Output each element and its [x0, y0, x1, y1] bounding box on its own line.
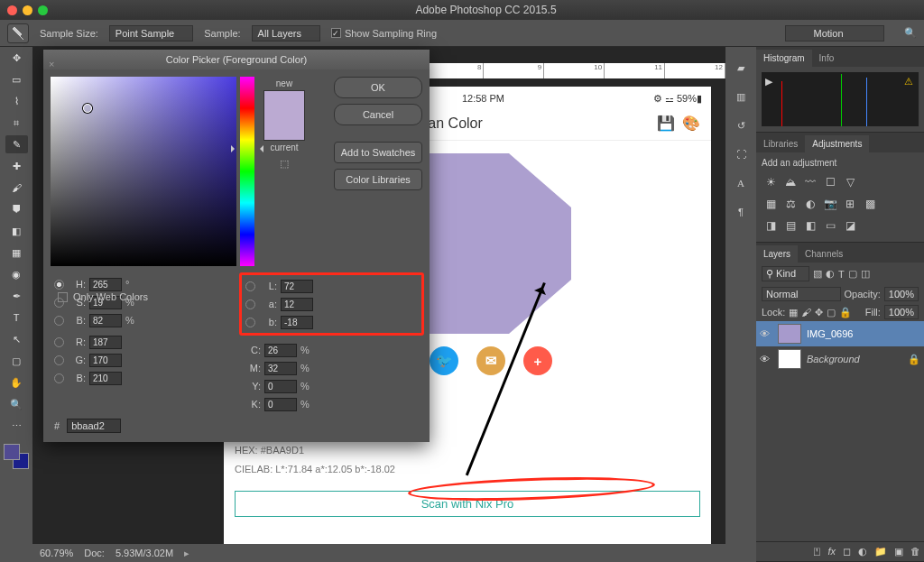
history-panel-icon[interactable]: ↺ [731, 115, 751, 135]
ok-button[interactable]: OK [334, 77, 422, 98]
y-input[interactable] [264, 380, 297, 393]
brush-tool-icon[interactable]: 🖌 [5, 179, 28, 197]
layer-filter-kind[interactable]: ⚲ Kind [762, 266, 809, 281]
levels-icon[interactable]: ⛰ [783, 175, 798, 189]
lock-artboard-icon[interactable]: ▢ [827, 307, 836, 318]
palette-icon[interactable]: 🎨 [682, 115, 700, 132]
close-window-icon[interactable] [7, 5, 17, 15]
lb-radio[interactable] [245, 318, 255, 327]
color-swatches[interactable] [4, 444, 29, 469]
l-input[interactable] [281, 280, 313, 293]
pen-tool-icon[interactable]: ✒ [5, 287, 28, 305]
r-input[interactable] [89, 336, 122, 349]
lock-pixels-icon[interactable]: 🖌 [801, 307, 811, 318]
new-group-icon[interactable]: 📁 [874, 546, 887, 557]
email-icon[interactable]: ✉ [476, 346, 505, 375]
saturation-brightness-box[interactable] [51, 77, 236, 266]
zoom-window-icon[interactable] [38, 5, 48, 15]
tab-info[interactable]: Info [812, 50, 842, 67]
refresh-icon[interactable]: ▶ [765, 76, 772, 88]
photo-filter-icon[interactable]: 📷 [823, 197, 837, 211]
tool-preset-icon[interactable] [7, 23, 29, 43]
layer-style-icon[interactable]: fx [827, 546, 836, 557]
color-libraries-button[interactable]: Color Libraries [334, 169, 422, 190]
hand-tool-icon[interactable]: ✋ [5, 373, 28, 392]
bv-input[interactable] [89, 314, 122, 327]
c-input[interactable] [264, 344, 297, 357]
dodge-tool-icon[interactable]: ◉ [5, 265, 28, 283]
save-icon[interactable]: 💾 [657, 115, 675, 132]
properties-panel-icon[interactable]: ⛶ [731, 144, 751, 164]
hue-sat-icon[interactable]: ▦ [763, 197, 778, 211]
layer-row-background[interactable]: 👁 Background 🔒 [756, 346, 924, 372]
lb-input[interactable] [281, 316, 313, 329]
add-to-swatches-button[interactable]: Add to Swatches [334, 142, 422, 163]
cube-icon[interactable]: ⬚ [263, 158, 305, 170]
lock-position-icon[interactable]: ✥ [815, 307, 823, 318]
hex-input[interactable] [67, 419, 121, 433]
lookup-icon[interactable]: ▩ [863, 197, 877, 211]
filter-adjust-icon[interactable]: ◐ [826, 268, 835, 280]
lock-transparency-icon[interactable]: ▦ [789, 307, 798, 318]
hue-slider[interactable] [240, 77, 254, 266]
filter-pixel-icon[interactable]: ▧ [813, 268, 822, 280]
vibrance-icon[interactable]: ▽ [843, 175, 857, 189]
workspace-select[interactable]: Motion [785, 25, 884, 41]
g-radio[interactable] [54, 355, 64, 365]
threshold-icon[interactable]: ◧ [803, 218, 818, 233]
opacity-value[interactable]: 100% [884, 287, 919, 301]
l-radio[interactable] [245, 281, 255, 291]
shape-tool-icon[interactable]: ▢ [5, 352, 28, 370]
brightness-icon[interactable]: ☀ [763, 175, 778, 189]
sample-select[interactable]: All Layers [252, 25, 320, 41]
layer-mask-icon[interactable]: ◻ [843, 546, 851, 557]
lock-all-icon[interactable]: 🔒 [839, 307, 852, 318]
a-input[interactable] [281, 298, 313, 311]
new-current-swatch[interactable] [263, 90, 305, 141]
layer-row-img[interactable]: 👁 IMG_0696 [756, 321, 924, 346]
paragraph-panel-icon[interactable]: ¶ [731, 202, 751, 222]
move-tool-icon[interactable]: ✥ [5, 49, 28, 67]
minimize-window-icon[interactable] [23, 5, 32, 15]
edit-toolbar-icon[interactable]: ⋯ [5, 417, 28, 435]
eraser-tool-icon[interactable]: ◧ [5, 222, 28, 240]
eyedropper-tool-icon[interactable]: ✎ [5, 135, 28, 153]
character-panel-icon[interactable]: A [731, 173, 751, 193]
cancel-button[interactable]: Cancel [334, 104, 422, 125]
m-input[interactable] [264, 362, 297, 375]
tab-adjustments[interactable]: Adjustments [805, 135, 869, 152]
tab-channels[interactable]: Channels [798, 245, 850, 263]
tab-libraries[interactable]: Libraries [756, 135, 805, 152]
lasso-tool-icon[interactable]: ⌇ [5, 92, 28, 110]
filter-shape-icon[interactable]: ▢ [848, 268, 857, 280]
type-tool-icon[interactable]: T [5, 309, 28, 327]
zoom-level[interactable]: 60.79% [40, 548, 73, 558]
a-radio[interactable] [245, 299, 255, 309]
visibility-eye-icon[interactable]: 👁 [760, 354, 772, 364]
gradient-map-icon[interactable]: ▭ [823, 218, 837, 233]
delete-layer-icon[interactable]: 🗑 [910, 546, 920, 557]
exposure-icon[interactable]: ☐ [823, 175, 837, 189]
blend-mode-select[interactable]: Normal [762, 287, 841, 301]
stamp-tool-icon[interactable]: ⛊ [5, 200, 28, 218]
visibility-eye-icon[interactable]: 👁 [760, 328, 772, 339]
color-cursor[interactable] [83, 104, 92, 113]
g-input[interactable] [89, 354, 122, 367]
b-input[interactable] [89, 372, 122, 385]
healing-tool-icon[interactable]: ✚ [5, 157, 28, 175]
gradient-tool-icon[interactable]: ▦ [5, 244, 28, 262]
tab-histogram[interactable]: Histogram [756, 50, 812, 67]
selective-color-icon[interactable]: ◪ [843, 218, 857, 233]
color-balance-icon[interactable]: ⚖ [783, 197, 798, 211]
close-icon[interactable]: × [49, 54, 54, 74]
r-radio[interactable] [54, 337, 64, 347]
link-layers-icon[interactable]: ⍞ [814, 546, 820, 557]
filter-smart-icon[interactable]: ◫ [861, 268, 870, 280]
new-layer-icon[interactable]: ▣ [894, 546, 903, 557]
k-input[interactable] [264, 398, 297, 411]
show-sampling-ring-checkbox[interactable]: ✓ Show Sampling Ring [331, 28, 437, 39]
tab-layers[interactable]: Layers [756, 245, 798, 263]
bv-radio[interactable] [54, 316, 64, 326]
sample-size-select[interactable]: Point Sample [109, 25, 193, 41]
twitter-icon[interactable]: 🐦 [430, 346, 458, 375]
